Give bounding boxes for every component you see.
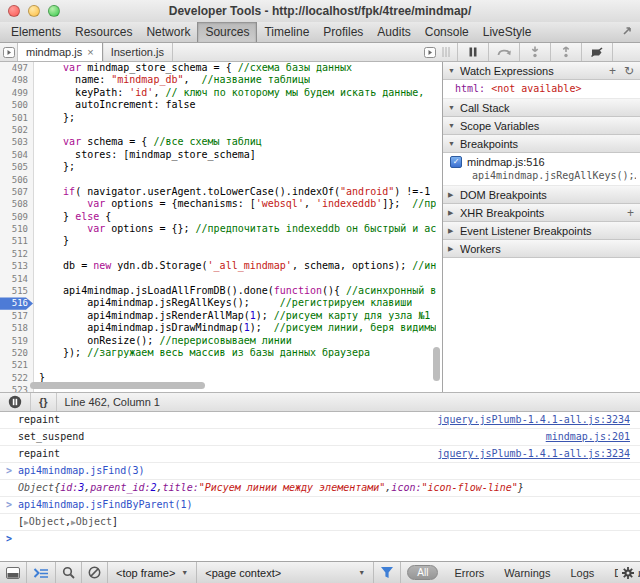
console-object-preview-row[interactable]: Object {id: 3, parent_id: 2, title: "Рис… bbox=[0, 480, 640, 497]
tab-sources[interactable]: Sources bbox=[197, 22, 257, 42]
breakpoint-row[interactable]: ✓mindmap.js:516 bbox=[450, 156, 636, 168]
line-number[interactable]: 498 bbox=[0, 74, 33, 86]
expand-sidebar-icon[interactable] bbox=[420, 43, 440, 61]
sidebar-section-breakpoints[interactable]: ▼Breakpoints bbox=[443, 135, 640, 153]
line-number[interactable]: 515 bbox=[0, 285, 33, 297]
line-number[interactable]: 521 bbox=[0, 359, 33, 371]
code-text[interactable]: name: "mindmap_db", //название таблицы bbox=[33, 74, 310, 86]
code-text[interactable]: }); //загружаем весь массив из базы данн… bbox=[33, 347, 370, 359]
line-number[interactable]: 520 bbox=[0, 347, 33, 359]
code-text[interactable]: stores: [mindmap_store_schema] bbox=[33, 149, 256, 161]
line-number[interactable]: 510 bbox=[0, 223, 33, 235]
code-text[interactable]: db = new ydn.db.Storage('_all_mindmap', … bbox=[33, 260, 436, 272]
line-number[interactable]: 499 bbox=[0, 87, 33, 99]
code-text[interactable]: if( navigator.userAgent.toLowerCase().in… bbox=[33, 186, 430, 198]
console-array-result-row[interactable]: [▶ Object , ▶ Object ] bbox=[0, 514, 640, 531]
line-number[interactable]: 517 bbox=[0, 310, 33, 322]
watch-expression[interactable]: html: <not available> bbox=[443, 80, 640, 99]
code-text[interactable]: var schema = { //все схемы таблиц bbox=[33, 136, 262, 148]
drawer-toggle-button[interactable] bbox=[0, 562, 26, 583]
line-number[interactable]: 503 bbox=[0, 136, 33, 148]
code-text[interactable]: }; bbox=[33, 161, 75, 173]
line-number[interactable]: 513 bbox=[0, 260, 33, 272]
tab-elements[interactable]: Elements bbox=[4, 22, 68, 42]
pause-icon[interactable] bbox=[463, 43, 483, 61]
undock-expand-icon[interactable] bbox=[620, 24, 634, 38]
line-number[interactable]: 502 bbox=[0, 124, 33, 136]
code-text[interactable] bbox=[33, 248, 39, 260]
line-number[interactable]: 500 bbox=[0, 99, 33, 111]
filter-funnel-icon[interactable] bbox=[374, 562, 400, 583]
code-text[interactable]: api4mindmap.jsLoadAllFromDB().done(funct… bbox=[33, 285, 436, 297]
line-number[interactable]: 511 bbox=[0, 235, 33, 247]
add-icon[interactable]: + bbox=[627, 207, 634, 219]
tab-timeline[interactable]: Timeline bbox=[257, 22, 316, 42]
sidebar-section-watch-expressions[interactable]: ▼Watch Expressions+↻ bbox=[443, 62, 640, 80]
console-drawer[interactable]: repaintjquery.jsPlumb-1.4.1-all.js:3234s… bbox=[0, 412, 640, 561]
drag-handle-icon[interactable] bbox=[440, 43, 452, 61]
code-text[interactable]: } else { bbox=[33, 211, 111, 223]
tab-close-icon[interactable]: × bbox=[87, 46, 93, 58]
code-text[interactable] bbox=[33, 273, 39, 285]
show-navigator-icon[interactable] bbox=[0, 43, 18, 61]
code-text[interactable]: }; bbox=[33, 112, 75, 124]
console-source-link[interactable]: jquery.jsPlumb-1.4.1-all.js:3234 bbox=[437, 414, 630, 425]
console-source-link[interactable]: mindmap.js:201 bbox=[546, 431, 630, 442]
code-text[interactable]: api4mindmap.jsDrawMindmap(1); //рисуем л… bbox=[33, 322, 436, 334]
line-number[interactable]: 518 bbox=[0, 322, 33, 334]
code-text[interactable] bbox=[33, 124, 39, 136]
code-text[interactable]: autoIncrement: false bbox=[33, 99, 196, 111]
line-number[interactable]: 504 bbox=[0, 149, 33, 161]
horizontal-scrollbar-thumb[interactable] bbox=[30, 382, 205, 389]
breakpoint-line-number[interactable]: 516 bbox=[0, 297, 33, 309]
filter-all-badge[interactable]: All bbox=[407, 565, 438, 580]
line-number[interactable]: 519 bbox=[0, 335, 33, 347]
code-text[interactable] bbox=[33, 174, 39, 186]
tab-console[interactable]: Console bbox=[418, 22, 476, 42]
filter-warnings[interactable]: Warnings bbox=[494, 567, 560, 579]
line-number[interactable]: 512 bbox=[0, 248, 33, 260]
code-text[interactable] bbox=[33, 359, 39, 371]
file-tab-mindmap-js[interactable]: mindmap.js× bbox=[18, 43, 103, 61]
code-editor[interactable]: 497 var mindmap_store_schema = { //схема… bbox=[0, 62, 442, 392]
file-tab-insertion-js[interactable]: Insertion.js bbox=[103, 43, 173, 61]
line-number[interactable]: 501 bbox=[0, 112, 33, 124]
pause-on-exceptions-button[interactable] bbox=[0, 393, 31, 411]
pretty-print-button[interactable]: {} bbox=[31, 393, 57, 411]
console-prompt-row[interactable]: > bbox=[0, 531, 640, 547]
console-source-link[interactable]: jquery.jsPlumb-1.4.1-all.js:3234 bbox=[437, 448, 630, 459]
context-selector[interactable]: <page context>▼ bbox=[197, 562, 373, 583]
search-icon[interactable] bbox=[56, 562, 81, 583]
vertical-scrollbar-thumb[interactable] bbox=[433, 347, 440, 381]
line-number[interactable]: 514 bbox=[0, 273, 33, 285]
frame-selector[interactable]: <top frame>▼ bbox=[108, 562, 196, 583]
code-text[interactable]: api4mindmap.jsRenderAllMap(1); //рисуем … bbox=[33, 310, 430, 322]
filter-errors[interactable]: Errors bbox=[444, 567, 494, 579]
line-number[interactable]: 506 bbox=[0, 174, 33, 186]
refresh-icon[interactable]: ↻ bbox=[624, 65, 634, 77]
deactivate-breakpoints-icon[interactable] bbox=[587, 43, 607, 61]
tab-audits[interactable]: Audits bbox=[370, 22, 417, 42]
breakpoint-checkbox[interactable]: ✓ bbox=[450, 156, 462, 168]
sidebar-section-scope-variables[interactable]: ▼Scope Variables bbox=[443, 117, 640, 135]
line-number[interactable]: 522 bbox=[0, 372, 33, 384]
step-out-icon[interactable] bbox=[556, 43, 576, 61]
sidebar-section-call-stack[interactable]: ▼Call Stack bbox=[443, 99, 640, 117]
tab-profiles[interactable]: Profiles bbox=[316, 22, 370, 42]
code-text[interactable]: } bbox=[33, 235, 69, 247]
step-into-icon[interactable] bbox=[525, 43, 545, 61]
sidebar-section-xhr-breakpoints[interactable]: ▶XHR Breakpoints+ bbox=[443, 204, 640, 222]
tab-network[interactable]: Network bbox=[139, 22, 197, 42]
line-number[interactable]: 507 bbox=[0, 186, 33, 198]
settings-gear-icon[interactable] bbox=[618, 562, 638, 583]
sidebar-section-dom-breakpoints[interactable]: ▶DOM Breakpoints bbox=[443, 186, 640, 204]
breakpoint-label[interactable]: mindmap.js:516 bbox=[467, 156, 545, 168]
clear-console-icon[interactable] bbox=[82, 562, 107, 583]
filter-logs[interactable]: Logs bbox=[560, 567, 604, 579]
code-text[interactable]: var mindmap_store_schema = { //схема баз… bbox=[33, 62, 352, 74]
line-number[interactable]: 508 bbox=[0, 198, 33, 210]
code-text[interactable]: onResize(); //перерисовываем линии bbox=[33, 335, 292, 347]
line-number[interactable]: 505 bbox=[0, 161, 33, 173]
tab-livestyle[interactable]: LiveStyle bbox=[476, 22, 539, 42]
code-text[interactable]: var options = {}; //предпочитать indexed… bbox=[33, 223, 436, 235]
